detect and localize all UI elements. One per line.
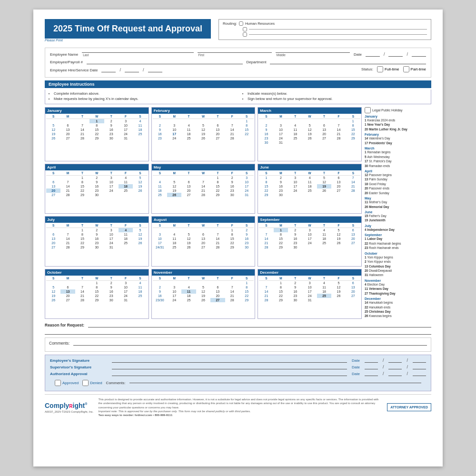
calendar-day[interactable]: 20 xyxy=(346,289,360,294)
calendar-day[interactable]: 4 xyxy=(317,281,331,285)
emp-date-y[interactable] xyxy=(413,362,426,363)
calendar-day[interactable]: 15 xyxy=(75,184,89,188)
calendar-day[interactable]: 17 xyxy=(167,294,181,298)
calendar-day[interactable]: 22 xyxy=(274,241,288,245)
calendar-day[interactable] xyxy=(133,193,147,197)
calendar-day[interactable]: 23 xyxy=(259,136,273,140)
calendar-day[interactable]: 13 xyxy=(331,180,346,184)
calendar-day[interactable]: 2 xyxy=(89,176,104,180)
calendar-day[interactable]: 25 xyxy=(302,188,317,193)
calendar-day[interactable]: 21 xyxy=(196,188,210,193)
calendar-day[interactable]: 9 xyxy=(288,285,302,289)
calendar-day[interactable] xyxy=(317,140,331,145)
calendar-day[interactable]: 26 xyxy=(46,298,60,302)
calendar-day[interactable]: 18 xyxy=(181,294,196,298)
calendar-day[interactable]: 28 xyxy=(60,245,75,249)
calendar-day[interactable]: 1 xyxy=(89,119,104,123)
calendar-day[interactable] xyxy=(317,245,331,249)
calendar-day[interactable]: 10 xyxy=(274,128,288,132)
calendar-day[interactable]: 12 xyxy=(196,128,210,132)
parttime-checkbox-label[interactable]: Part-time xyxy=(403,66,426,72)
calendar-day[interactable]: 15 xyxy=(75,237,89,241)
calendar-day[interactable]: 12 xyxy=(331,232,346,237)
calendar-day[interactable]: 14 xyxy=(259,289,273,294)
calendar-day[interactable]: 5 xyxy=(133,176,147,180)
parttime-checkbox[interactable] xyxy=(403,66,409,72)
calendar-day[interactable]: 11 xyxy=(133,123,147,128)
calendar-day[interactable]: 19 xyxy=(331,237,346,241)
calendar-day[interactable]: 28 xyxy=(60,193,75,197)
calendar-day[interactable]: 16 xyxy=(274,184,288,188)
calendar-day[interactable]: 27 xyxy=(317,136,331,140)
calendar-day[interactable]: 3 xyxy=(167,285,181,289)
employee-sig-line[interactable] xyxy=(112,362,347,363)
calendar-day[interactable]: 17 xyxy=(274,132,288,136)
calendar-day[interactable]: 15 xyxy=(259,184,273,188)
calendar-day[interactable] xyxy=(153,281,167,285)
calendar-day[interactable]: 29 xyxy=(225,245,239,249)
routing-checkbox-1[interactable] xyxy=(239,21,243,26)
calendar-day[interactable]: 17 xyxy=(288,184,302,188)
calendar-day[interactable]: 10 xyxy=(119,285,133,289)
calendar-day[interactable]: 26 xyxy=(46,136,60,140)
calendar-day[interactable]: 22 xyxy=(75,241,89,245)
calendar-day[interactable]: 1 xyxy=(274,228,288,232)
calendar-day[interactable]: 26 xyxy=(317,188,331,193)
calendar-day[interactable]: 10 xyxy=(104,180,119,184)
calendar-day[interactable] xyxy=(317,193,331,197)
calendar-day[interactable]: 18 xyxy=(288,132,302,136)
calendar-day[interactable]: 8 xyxy=(346,123,360,128)
calendar-day[interactable]: 22 xyxy=(75,188,89,193)
calendar-day[interactable]: 19 xyxy=(302,132,317,136)
calendar-day[interactable] xyxy=(181,281,196,285)
calendar-day[interactable]: 20 xyxy=(46,241,60,245)
calendar-day[interactable]: 20 xyxy=(346,237,360,241)
calendar-day[interactable]: 31 xyxy=(239,193,254,197)
calendar-day[interactable]: 11 xyxy=(317,232,331,237)
calendar-day[interactable]: 23 xyxy=(104,294,119,298)
calendar-day[interactable]: 4 xyxy=(153,180,167,184)
calendar-day[interactable]: 25 xyxy=(119,241,133,245)
calendar-day[interactable]: 13 xyxy=(60,128,75,132)
calendar-day[interactable] xyxy=(153,119,167,123)
calendar-day[interactable]: 18 xyxy=(302,184,317,188)
calendar-day[interactable]: 5 xyxy=(46,123,60,128)
calendar-day[interactable]: 2 xyxy=(104,281,119,285)
calendar-day[interactable]: 15 xyxy=(239,289,254,294)
calendar-day[interactable]: 24/31 xyxy=(153,245,167,249)
calendar-day[interactable]: 24 xyxy=(274,136,288,140)
calendar-day[interactable] xyxy=(46,176,60,180)
calendar-day[interactable]: 19 xyxy=(167,188,181,193)
calendar-day[interactable]: 4 xyxy=(119,176,133,180)
calendar-day[interactable] xyxy=(288,140,302,145)
calendar-day[interactable] xyxy=(133,298,147,302)
calendar-day[interactable]: 25 xyxy=(181,136,196,140)
calendar-day[interactable] xyxy=(302,245,317,249)
calendar-day[interactable] xyxy=(210,228,225,232)
calendar-day[interactable]: 18 xyxy=(119,184,133,188)
calendar-day[interactable] xyxy=(259,119,273,123)
calendar-day[interactable]: 10 xyxy=(119,123,133,128)
calendar-day[interactable]: 3 xyxy=(119,281,133,285)
calendar-day[interactable]: 30 xyxy=(288,245,302,249)
calendar-day[interactable]: 15 xyxy=(274,237,288,241)
calendar-day[interactable]: 14 xyxy=(60,237,75,241)
calendar-day[interactable]: 6 xyxy=(331,176,346,180)
calendar-day[interactable]: 6 xyxy=(317,123,331,128)
calendar-day[interactable] xyxy=(60,119,75,123)
calendar-day[interactable]: 4 xyxy=(181,123,196,128)
calendar-day[interactable]: 30 xyxy=(274,193,288,197)
calendar-day[interactable]: 20 xyxy=(210,132,225,136)
calendar-day[interactable]: 8 xyxy=(75,180,89,184)
calendar-day[interactable]: 29 xyxy=(259,193,273,197)
calendar-day[interactable]: 5 xyxy=(317,176,331,180)
calendar-day[interactable]: 17 xyxy=(119,128,133,132)
calendar-day[interactable] xyxy=(60,228,75,232)
calendar-day[interactable] xyxy=(119,193,133,197)
calendar-day[interactable]: 12 xyxy=(302,128,317,132)
denied-label[interactable]: Denied xyxy=(82,380,102,386)
calendar-day[interactable]: 9 xyxy=(153,289,167,294)
calendar-day[interactable]: 17 xyxy=(104,184,119,188)
calendar-day[interactable]: 3 xyxy=(104,176,119,180)
calendar-day[interactable] xyxy=(331,119,346,123)
